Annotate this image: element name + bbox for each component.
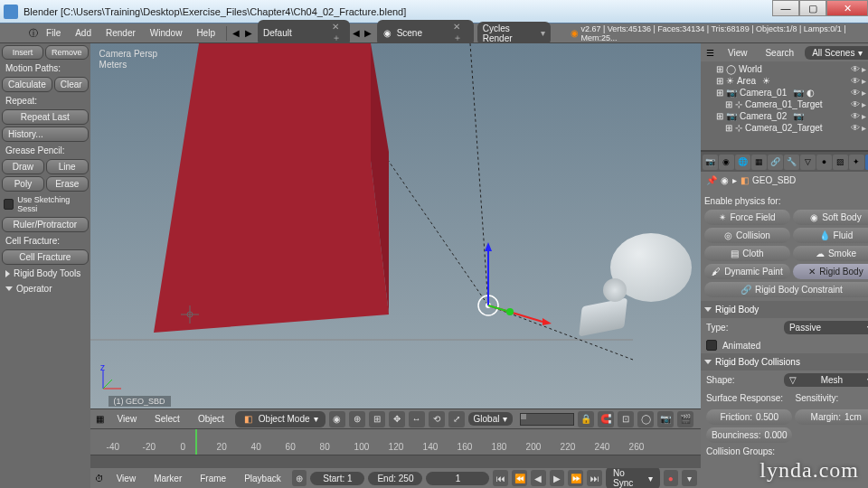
render-preview-icon[interactable]: 📷 <box>657 411 674 427</box>
start-frame-field[interactable]: Start: 1 <box>310 472 364 485</box>
pivot-icon[interactable]: ⊕ <box>349 411 365 427</box>
ol-view[interactable]: View <box>721 46 755 60</box>
tab-modifiers[interactable]: 🔧 <box>784 155 799 170</box>
minimize-button[interactable]: — <box>772 0 799 16</box>
remove-keyframe-button[interactable]: Remove <box>45 45 89 60</box>
3d-viewport[interactable]: Camera Persp Meters <box>90 43 701 408</box>
vp-select-menu[interactable]: Select <box>147 412 187 426</box>
menu-render[interactable]: Render <box>99 26 143 40</box>
rigid-body-button[interactable]: ✕Rigid Body <box>793 264 868 279</box>
timeline[interactable]: -40 -20 0 20 40 60 80 100 120 140 160 18… <box>90 428 701 468</box>
dynamic-paint-button[interactable]: 🖌Dynamic Paint <box>704 264 790 279</box>
rigid-body-tools-header[interactable]: Rigid Body Tools <box>2 267 89 280</box>
jump-start-icon[interactable]: ⏮ <box>493 470 508 486</box>
cell-fracture-button[interactable]: Cell Fracture <box>2 249 89 265</box>
poly-button[interactable]: Poly <box>2 176 44 192</box>
tl-marker[interactable]: Marker <box>146 472 189 485</box>
manipulator-icon[interactable]: ✥ <box>389 411 405 427</box>
line-button[interactable]: Line <box>46 159 89 174</box>
shape-selector[interactable]: ▽ Mesh▾ <box>784 373 868 387</box>
menu-help[interactable]: Help <box>189 26 222 40</box>
mode-selector[interactable]: ◧ Object Mode▾ <box>235 411 326 427</box>
friction-field[interactable]: Friction: 0.500 <box>706 409 793 425</box>
end-frame-field[interactable]: End: 250 <box>368 472 422 485</box>
layer-buttons[interactable] <box>520 413 574 426</box>
editor-type-icon[interactable]: ▦ <box>94 413 107 426</box>
outliner-item[interactable]: ⊞📷Camera_01📷 ◐👁▸📷 <box>703 87 868 99</box>
operator-panel-header[interactable]: Operator <box>2 282 89 296</box>
scene-fwd-icon[interactable]: ▶ <box>362 27 373 40</box>
keyframe-next-icon[interactable]: ⏩ <box>568 470 583 486</box>
tab-render[interactable]: 📷 <box>703 155 718 170</box>
menu-file[interactable]: File <box>39 26 68 40</box>
scene-controls[interactable]: ✕ ＋ <box>453 22 468 44</box>
timeline-editor-icon[interactable]: ⏱ <box>94 472 106 484</box>
rigid-constraint-button[interactable]: 🔗Rigid Body Constraint <box>704 282 868 297</box>
play-icon[interactable]: ▶ <box>550 470 565 486</box>
keyset-icon[interactable]: ▾ <box>682 470 697 486</box>
animated-checkbox[interactable] <box>706 340 717 351</box>
fwd-icon[interactable]: ▶ <box>242 27 254 40</box>
keyframe-prev-icon[interactable]: ⏪ <box>512 470 527 486</box>
tab-particles[interactable]: ✦ <box>849 155 864 170</box>
force-field-button[interactable]: ✴Force Field <box>704 210 790 225</box>
collision-button[interactable]: ◎Collision <box>704 228 790 243</box>
repeat-last-button[interactable]: Repeat Last <box>2 109 89 125</box>
scene-back-icon[interactable]: ◀ <box>350 27 362 40</box>
current-frame-field[interactable]: 1 <box>426 472 489 485</box>
pin-icon[interactable]: 📌 <box>706 175 717 185</box>
menu-window[interactable]: Window <box>143 26 190 40</box>
range-icon[interactable]: ⊕ <box>292 470 307 486</box>
sketching-checkbox[interactable] <box>4 199 14 210</box>
calculate-button[interactable]: Calculate <box>2 77 52 92</box>
ruler-button[interactable]: Ruler/Protractor <box>2 217 89 232</box>
outliner-item[interactable]: ⊞☀Area☀👁▸📷 <box>703 75 868 87</box>
close-button[interactable]: ✕ <box>826 0 868 16</box>
rigid-body-panel-header[interactable]: Rigid Body <box>701 301 868 318</box>
proportional-icon[interactable]: ◯ <box>637 411 654 427</box>
cloth-button[interactable]: ▤Cloth <box>704 246 790 261</box>
tab-scene[interactable]: ◉ <box>719 155 734 170</box>
tab-constraints[interactable]: 🔗 <box>768 155 783 170</box>
outliner-item[interactable]: ⊞⊹Camera_02_Target👁▸📷 <box>703 122 868 134</box>
manip-rotate-icon[interactable]: ⟲ <box>429 411 445 427</box>
lock-icon[interactable]: 🔒 <box>578 411 594 427</box>
history-button[interactable]: History... <box>2 127 89 142</box>
snap-icon[interactable]: 🧲 <box>598 411 614 427</box>
maximize-button[interactable]: ▢ <box>799 0 826 16</box>
tab-material[interactable]: ● <box>816 155 832 170</box>
tl-view[interactable]: View <box>109 472 144 485</box>
outliner-editor-icon[interactable]: ☰ <box>704 46 717 59</box>
ol-search[interactable]: Search <box>758 46 801 60</box>
outliner-item[interactable]: ⊞⊹Camera_01_Target👁▸📷 <box>703 99 868 110</box>
autokey-icon[interactable]: ● <box>664 470 679 486</box>
margin-field[interactable]: Margin: 1cm <box>795 409 868 425</box>
layout-selector[interactable]: Default ✕ ＋ <box>258 20 350 46</box>
tab-data[interactable]: ▽ <box>800 155 816 170</box>
tab-world[interactable]: 🌐 <box>735 155 750 170</box>
erase-button[interactable]: Erase <box>46 176 89 192</box>
menu-add[interactable]: Add <box>68 26 99 40</box>
sync-selector[interactable]: No Sync▾ <box>606 466 660 488</box>
layer-icon[interactable]: ⊞ <box>369 411 385 427</box>
fluid-button[interactable]: 💧Fluid <box>793 228 868 243</box>
tab-texture[interactable]: ▨ <box>833 155 848 170</box>
outliner-filter[interactable]: All Scenes▾ <box>805 46 868 60</box>
insert-keyframe-button[interactable]: Insert <box>2 45 43 60</box>
rigid-collisions-header[interactable]: Rigid Body Collisions <box>701 353 868 371</box>
tab-object[interactable]: ▦ <box>751 155 767 170</box>
soft-body-button[interactable]: ◉Soft Body <box>793 210 868 225</box>
tl-frame[interactable]: Frame <box>193 472 233 485</box>
type-selector[interactable]: Passive▾ <box>784 321 868 334</box>
render-engine-selector[interactable]: Cycles Render ▾ <box>477 22 552 45</box>
outliner-item[interactable]: ⊞📷Camera_02📷👁▸📷 <box>703 110 868 122</box>
smoke-button[interactable]: ☁Smoke <box>793 246 868 261</box>
tl-playback[interactable]: Playback <box>237 472 288 485</box>
orientation-selector[interactable]: Global▾ <box>468 412 514 426</box>
snap-type-icon[interactable]: ⊡ <box>618 411 634 427</box>
draw-button[interactable]: Draw <box>2 159 44 174</box>
scene-selector[interactable]: ◉ Scene ✕ ＋ <box>377 20 473 46</box>
vp-object-menu[interactable]: Object <box>191 412 231 426</box>
outliner-item[interactable]: ⊞◯World👁▸📷 <box>703 63 868 75</box>
play-reverse-icon[interactable]: ◀ <box>531 470 546 486</box>
